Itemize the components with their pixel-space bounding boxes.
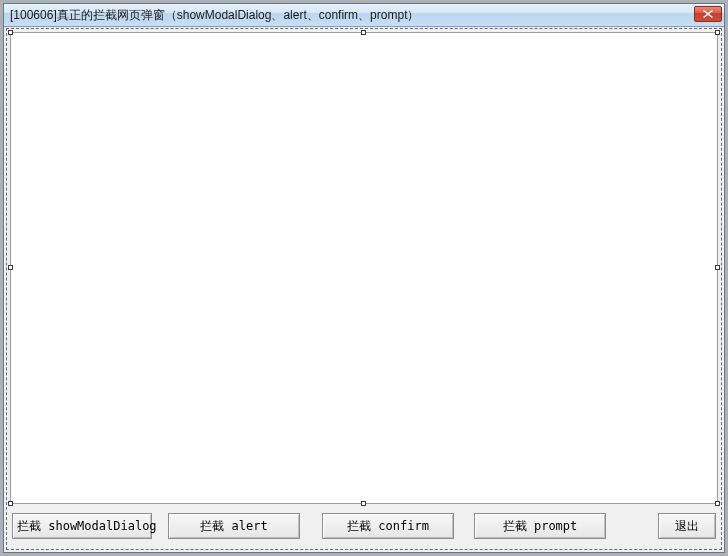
resize-handle[interactable] (361, 501, 366, 506)
resize-handle[interactable] (361, 30, 366, 35)
dialog-window: [100606]真正的拦截网页弹窗（showModalDialog、alert、… (3, 3, 725, 553)
close-icon (703, 10, 713, 18)
button-row: 拦截 showModalDialog 拦截 alert 拦截 confirm 拦… (10, 512, 718, 542)
exit-button[interactable]: 退出 (658, 513, 716, 539)
window-title: [100606]真正的拦截网页弹窗（showModalDialog、alert、… (4, 7, 419, 24)
block-alert-button[interactable]: 拦截 alert (168, 513, 300, 539)
resize-handle[interactable] (715, 265, 720, 270)
design-surface: [100606]真正的拦截网页弹窗（showModalDialog、alert、… (2, 2, 726, 554)
block-showmodaldialog-button[interactable]: 拦截 showModalDialog (12, 513, 152, 539)
close-button[interactable] (694, 6, 722, 22)
resize-handle[interactable] (715, 30, 720, 35)
resize-handle[interactable] (715, 501, 720, 506)
webbrowser-control[interactable] (10, 32, 718, 504)
title-bar[interactable]: [100606]真正的拦截网页弹窗（showModalDialog、alert、… (4, 4, 724, 27)
block-prompt-button[interactable]: 拦截 prompt (474, 513, 606, 539)
block-confirm-button[interactable]: 拦截 confirm (322, 513, 454, 539)
resize-handle[interactable] (8, 265, 13, 270)
resize-handle[interactable] (8, 501, 13, 506)
resize-handle[interactable] (8, 30, 13, 35)
